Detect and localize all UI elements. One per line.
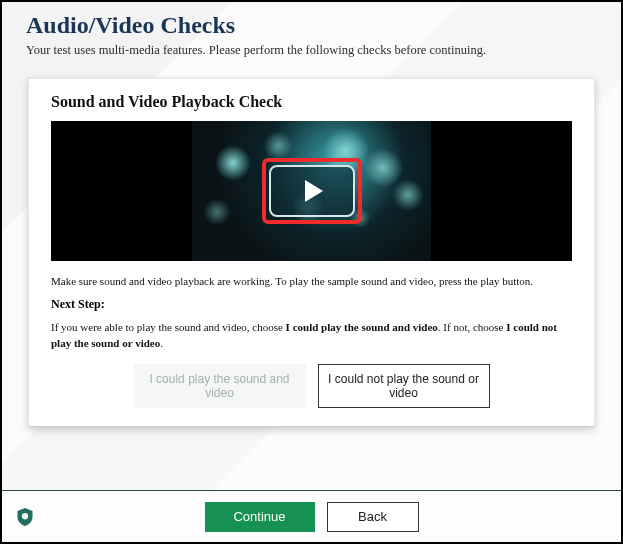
next-step-instruction: If you were able to play the sound and v… <box>51 320 572 352</box>
back-button[interactable]: Back <box>327 502 419 532</box>
next-step-text: If you were able to play the sound and v… <box>51 321 286 333</box>
page-subtitle: Your test uses multi-media features. Ple… <box>26 43 597 58</box>
shield-icon <box>16 507 34 527</box>
check-card: Sound and Video Playback Check Make sure… <box>28 78 595 427</box>
next-step-label: Next Step: <box>51 297 572 312</box>
play-button-highlight <box>262 158 362 224</box>
choice-row: I could play the sound and video I could… <box>51 364 572 408</box>
footer-bar: Continue Back <box>2 490 621 542</box>
playback-instruction: Make sure sound and video playback are w… <box>51 275 572 287</box>
svg-point-0 <box>22 513 28 519</box>
could-not-play-button[interactable]: I could not play the sound or video <box>318 364 490 408</box>
play-button[interactable] <box>269 165 355 217</box>
could-play-button[interactable]: I could play the sound and video <box>134 364 306 408</box>
page-title: Audio/Video Checks <box>26 12 597 39</box>
next-step-text: . If not, choose <box>438 321 506 333</box>
video-player[interactable] <box>51 121 572 261</box>
next-step-text: . <box>160 337 163 349</box>
next-step-opt1: I could play the sound and video <box>286 321 438 333</box>
play-icon <box>305 180 323 202</box>
continue-button[interactable]: Continue <box>205 502 315 532</box>
page-header: Audio/Video Checks Your test uses multi-… <box>2 2 621 64</box>
card-title: Sound and Video Playback Check <box>51 93 572 111</box>
